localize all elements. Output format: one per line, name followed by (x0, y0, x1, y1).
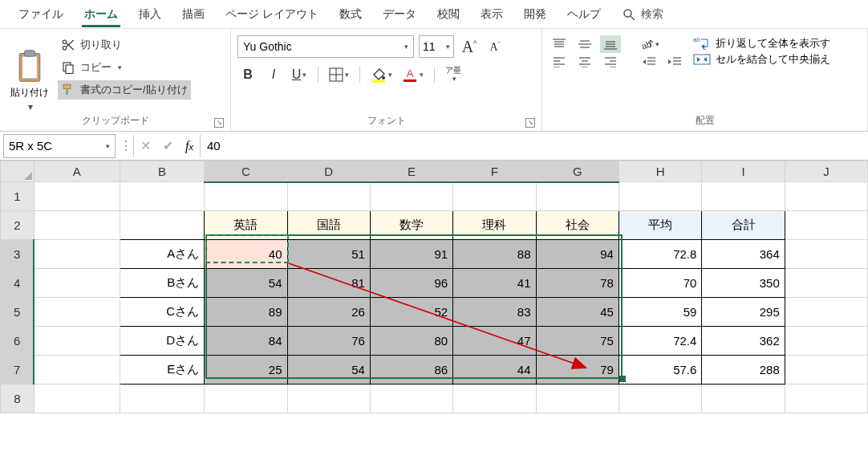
row-header-8[interactable]: 8 (1, 385, 34, 413)
cell-I3[interactable]: 364 (702, 240, 785, 269)
orientation-button[interactable]: ab ▾ (639, 35, 659, 53)
cell-E8[interactable] (370, 385, 452, 413)
align-center-button[interactable] (574, 53, 595, 71)
cell-F7[interactable]: 44 (453, 356, 536, 385)
tab-review[interactable]: 校閲 (427, 0, 470, 29)
cell-D2[interactable]: 国語 (287, 211, 370, 240)
cell-J7[interactable] (785, 356, 867, 385)
font-color-button[interactable]: A ▾ (400, 64, 426, 85)
tab-formulas[interactable]: 数式 (329, 0, 372, 29)
cell-E6[interactable]: 80 (370, 327, 452, 356)
cell-H2[interactable]: 平均 (619, 211, 701, 240)
cell-C8[interactable] (205, 385, 287, 413)
format-painter-button[interactable]: 書式のコピー/貼り付け (58, 80, 191, 100)
formula-input[interactable] (201, 134, 868, 158)
cell-A2[interactable] (34, 211, 120, 240)
cell-H5[interactable]: 59 (619, 298, 701, 327)
cell-F6[interactable]: 47 (453, 327, 536, 356)
cell-B6[interactable]: Dさん (120, 327, 204, 356)
cell-C7[interactable]: 25 (205, 356, 287, 385)
cell-J3[interactable] (785, 240, 867, 269)
select-all-corner[interactable] (1, 161, 34, 182)
cell-A4[interactable] (34, 269, 120, 298)
cell-J4[interactable] (785, 269, 867, 298)
cell-A8[interactable] (34, 385, 120, 413)
decrease-indent-button[interactable] (639, 53, 659, 71)
cell-I4[interactable]: 350 (702, 269, 785, 298)
cell-H4[interactable]: 70 (619, 269, 701, 298)
tab-data[interactable]: データ (372, 0, 427, 29)
col-header-D[interactable]: D (287, 161, 370, 182)
underline-button[interactable]: U▾ (289, 64, 310, 85)
col-header-B[interactable]: B (120, 161, 204, 182)
col-header-A[interactable]: A (34, 161, 120, 182)
increase-font-button[interactable]: A^ (459, 36, 480, 57)
cell-D5[interactable]: 26 (287, 298, 370, 327)
cell-D7[interactable]: 54 (287, 356, 370, 385)
tab-help[interactable]: ヘルプ (557, 0, 611, 29)
bold-button[interactable]: B (237, 64, 258, 85)
font-name-combo[interactable]: Yu Gothic ▾ (237, 35, 414, 58)
cell-H1[interactable] (619, 182, 701, 211)
cell-A6[interactable] (34, 327, 120, 356)
cell-A7[interactable] (34, 356, 120, 385)
cell-F2[interactable]: 理科 (453, 211, 536, 240)
cell-J1[interactable] (785, 182, 867, 211)
accept-formula-button[interactable]: ✔ (156, 138, 179, 153)
row-header-3[interactable]: 3 (1, 240, 34, 269)
row-header-4[interactable]: 4 (1, 269, 34, 298)
cell-E2[interactable]: 数学 (370, 211, 452, 240)
cell-C2[interactable]: 英語 (205, 211, 287, 240)
cell-E7[interactable]: 86 (370, 356, 452, 385)
cell-G6[interactable]: 75 (536, 327, 619, 356)
cell-C1[interactable] (205, 182, 287, 211)
cell-E3[interactable]: 91 (370, 240, 452, 269)
drag-handle-icon[interactable]: ⋮ (119, 138, 133, 153)
cell-F4[interactable]: 41 (453, 269, 536, 298)
increase-indent-button[interactable] (664, 53, 685, 71)
cell-D4[interactable]: 81 (287, 269, 370, 298)
tab-file[interactable]: ファイル (8, 0, 74, 29)
cell-J8[interactable] (785, 385, 867, 413)
grid[interactable]: ABCDEFGHIJ12英語国語数学理科社会平均合計3Aさん4051918894… (0, 161, 868, 413)
cell-G4[interactable]: 78 (536, 269, 619, 298)
cancel-formula-button[interactable]: ✕ (134, 138, 156, 153)
tab-developer[interactable]: 開発 (513, 0, 557, 29)
cell-I6[interactable]: 362 (702, 327, 785, 356)
cell-I7[interactable]: 288 (702, 356, 785, 385)
cell-D3[interactable]: 51 (287, 240, 370, 269)
cell-C5[interactable]: 89 (205, 298, 287, 327)
merge-center-button[interactable]: セルを結合して中央揃え (693, 51, 830, 67)
cell-G1[interactable] (536, 182, 619, 211)
row-header-6[interactable]: 6 (1, 327, 34, 356)
copy-button[interactable]: コピー ▾ (58, 58, 191, 77)
italic-button[interactable]: I (263, 64, 284, 85)
name-box[interactable]: 5R x 5C ▾ (3, 134, 116, 158)
cell-B4[interactable]: Bさん (120, 269, 204, 298)
cell-B8[interactable] (120, 385, 204, 413)
tab-layout[interactable]: ページ レイアウト (215, 0, 329, 29)
cell-F3[interactable]: 88 (453, 240, 536, 269)
cell-D1[interactable] (287, 182, 370, 211)
col-header-E[interactable]: E (370, 161, 452, 182)
cell-G7[interactable]: 79 (536, 356, 619, 385)
cell-G8[interactable] (536, 385, 619, 413)
fx-icon[interactable]: fx (179, 139, 200, 153)
cell-C6[interactable]: 84 (205, 327, 287, 356)
align-middle-button[interactable] (574, 35, 595, 53)
cell-I8[interactable] (702, 385, 785, 413)
wrap-text-button[interactable]: abc 折り返して全体を表示す (693, 35, 830, 51)
cell-E5[interactable]: 52 (370, 298, 452, 327)
cut-button[interactable]: 切り取り (58, 35, 191, 55)
fill-color-button[interactable]: ▾ (368, 64, 395, 85)
cell-J5[interactable] (785, 298, 867, 327)
cell-B3[interactable]: Aさん (120, 240, 204, 269)
dialog-launcher-icon[interactable]: ↘ (214, 118, 224, 128)
cell-E4[interactable]: 96 (370, 269, 452, 298)
cell-H7[interactable]: 57.6 (619, 356, 701, 385)
cell-A5[interactable] (34, 298, 120, 327)
cell-F8[interactable] (453, 385, 536, 413)
font-size-combo[interactable]: 11 ▾ (419, 35, 454, 58)
cell-H6[interactable]: 72.4 (619, 327, 701, 356)
row-header-7[interactable]: 7 (1, 356, 34, 385)
